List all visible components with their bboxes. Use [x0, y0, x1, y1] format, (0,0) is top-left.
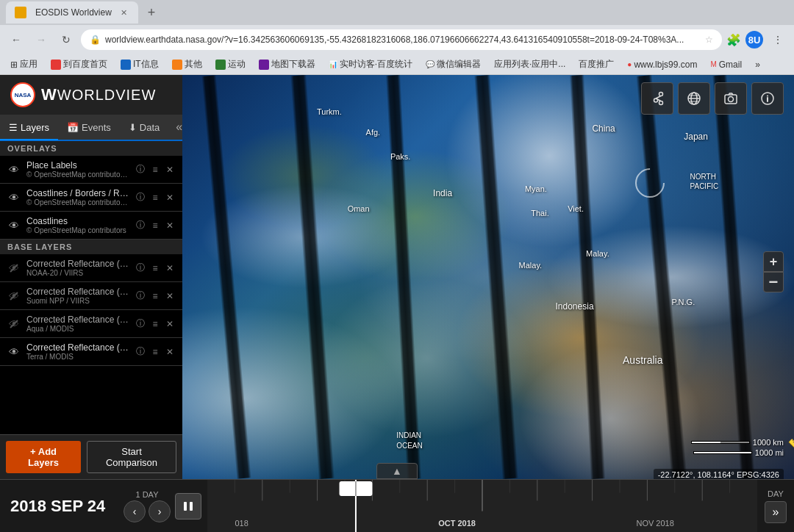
layer-menu-btn-suomi[interactable]: ≡: [149, 290, 162, 303]
forward-button[interactable]: →: [31, 29, 51, 50]
app-content: China Japan NORTHPACIFIC India Paks. Afg…: [0, 75, 794, 532]
refresh-button[interactable]: ↻: [56, 29, 76, 50]
play-button[interactable]: [175, 493, 201, 520]
timeline-expand-button[interactable]: ▲: [376, 463, 418, 479]
timeline-bar[interactable]: 018 OCT 2018 NOV 2018: [207, 480, 757, 532]
layer-info-btn-aqua[interactable]: ⓘ: [134, 317, 147, 331]
zoom-in-button[interactable]: +: [763, 251, 784, 272]
start-comparison-button[interactable]: Start Comparison: [87, 441, 176, 473]
layer-name-noaa20: Corrected Reflectance (True Color): [26, 259, 129, 269]
layer-vis-toggle-terra[interactable]: 👁: [6, 344, 22, 360]
bookmark-bd-promote[interactable]: 百度推广: [574, 57, 618, 72]
bookmark-gmail[interactable]: M Gmail: [706, 58, 746, 71]
url-field[interactable]: 🔒 worldview.earthdata.nasa.gov/?v=16.342…: [81, 29, 722, 50]
timeline-skip-right[interactable]: »: [765, 501, 787, 523]
overlays-header: OVERLAYS: [0, 141, 182, 156]
layer-info-btn-place[interactable]: ⓘ: [134, 163, 147, 176]
bookmark-applist[interactable]: 应用列表·应用中...: [490, 57, 570, 72]
active-tab[interactable]: EOSDIS Worldview ✕: [6, 1, 138, 24]
globe-view-button[interactable]: [678, 82, 710, 115]
bookmark-realtime[interactable]: 📊 实时访客·百度统计: [324, 57, 417, 72]
map-container[interactable]: China Japan NORTHPACIFIC India Paks. Afg…: [182, 75, 794, 479]
layers-tab-icon: ☰: [9, 122, 18, 133]
layer-vis-toggle-c[interactable]: 👁: [6, 218, 22, 234]
tab-data[interactable]: ⬇ Data: [120, 116, 168, 140]
bookmark-baidu-icon: [51, 60, 61, 70]
events-tab-label: Events: [82, 122, 111, 133]
tab-events[interactable]: 📅 Events: [58, 116, 120, 140]
layer-remove-btn-aqua[interactable]: ✕: [163, 317, 176, 331]
menu-button[interactable]: ⋮: [768, 29, 788, 50]
layer-info-place: Place Labels © OpenStreetMap contributor…: [26, 160, 129, 179]
scale-mi-label: 1000 mi: [755, 448, 784, 457]
scale-line-container: 1000 km 1000 mi 📏: [691, 438, 784, 459]
layer-remove-btn-noaa20[interactable]: ✕: [163, 262, 176, 275]
new-tab-button[interactable]: +: [141, 2, 162, 23]
bookmarks-bar: ⊞ 应用 到百度首页 IT信息 其他 运动 地图下载器 📊 实时访客·百度统计: [0, 54, 794, 75]
scale-mi-bar: [693, 451, 752, 454]
layer-actions-cb: ⓘ ≡ ✕: [134, 191, 176, 204]
layer-source-cb: © OpenStreetMap contributors, Natural Ea…: [26, 198, 129, 206]
tab-favicon: [15, 7, 26, 18]
layer-name-cb: Coastlines / Borders / Roads: [26, 188, 129, 198]
layer-remove-btn-suomi[interactable]: ✕: [163, 290, 176, 303]
layer-info-btn-cb[interactable]: ⓘ: [134, 191, 147, 204]
layer-remove-btn-c[interactable]: ✕: [163, 219, 176, 232]
layer-info-btn-terra[interactable]: ⓘ: [134, 345, 147, 359]
prev-button[interactable]: ‹: [124, 500, 146, 522]
bookmark-other[interactable]: 其他: [168, 57, 207, 72]
layer-vis-toggle-cb[interactable]: 👁: [6, 190, 22, 206]
layer-menu-btn-place[interactable]: ≡: [149, 163, 162, 176]
wv-tabs: ☰ Layers 📅 Events ⬇ Data «: [0, 115, 182, 141]
bookmark-sports[interactable]: 运动: [211, 57, 250, 72]
layer-place-labels: 👁 Place Labels © OpenStreetMap contribut…: [0, 156, 182, 184]
bookmark-realtime-icon: 📊: [329, 60, 337, 68]
collapse-button[interactable]: «: [168, 115, 190, 140]
layers-content: OVERLAYS 👁 Place Labels © OpenStreetMap …: [0, 141, 182, 434]
layer-remove-btn-cb[interactable]: ✕: [163, 191, 176, 204]
browser-window: EOSDIS Worldview ✕ + ← → ↻ 🔒 worldview.e…: [0, 0, 794, 532]
layer-vis-toggle-place[interactable]: 👁: [6, 162, 22, 178]
layer-menu-btn-terra[interactable]: ≡: [149, 345, 162, 359]
bookmark-it[interactable]: IT信息: [116, 57, 163, 72]
tab-layers[interactable]: ☰ Layers: [0, 116, 58, 140]
timeline-label-nov: NOV 2018: [636, 519, 673, 528]
layer-info-c: Coastlines © OpenStreetMap contributors: [26, 216, 129, 234]
layer-vis-toggle-suomi[interactable]: 👁: [6, 288, 22, 304]
profile-badge[interactable]: 8U: [745, 31, 763, 48]
map-controls: [641, 82, 784, 115]
back-button[interactable]: ←: [6, 29, 26, 50]
layer-actions-aqua: ⓘ ≡ ✕: [134, 317, 176, 331]
bookmark-apps[interactable]: ⊞ 应用: [6, 57, 42, 72]
layer-menu-btn-c[interactable]: ≡: [149, 219, 162, 232]
layer-info-btn-c[interactable]: ⓘ: [134, 219, 147, 232]
bookmark-map[interactable]: 地图下载器: [254, 57, 320, 72]
layer-menu-btn-noaa20[interactable]: ≡: [149, 262, 162, 275]
bookmark-wechat-icon: 💬: [426, 60, 434, 68]
layer-actions-terra: ⓘ ≡ ✕: [134, 345, 176, 359]
layer-info-btn-suomi[interactable]: ⓘ: [134, 290, 147, 303]
ruler-icon[interactable]: 📏: [787, 438, 794, 456]
layer-remove-btn-terra[interactable]: ✕: [163, 345, 176, 359]
share-button[interactable]: [641, 82, 673, 115]
bookmark-baidu[interactable]: 到百度首页: [46, 57, 112, 72]
screenshot-button[interactable]: [715, 82, 747, 115]
tab-close-button[interactable]: ✕: [118, 7, 129, 18]
bookmark-wechat[interactable]: 💬 微信编辑器: [421, 57, 485, 72]
zoom-out-button[interactable]: −: [763, 272, 784, 292]
svg-rect-10: [184, 502, 187, 511]
info-button[interactable]: [751, 82, 784, 115]
layer-vis-toggle-aqua[interactable]: 👁: [6, 316, 22, 332]
bookmark-it-icon: [121, 60, 131, 70]
layer-vis-toggle-noaa20[interactable]: 👁: [6, 260, 22, 276]
timeline-step-prev: 1 DAY ‹ ›: [124, 490, 171, 522]
bookmarks-more[interactable]: »: [751, 58, 765, 71]
layer-menu-btn-cb[interactable]: ≡: [149, 191, 162, 204]
add-layers-button[interactable]: + Add Layers: [6, 441, 81, 473]
layer-menu-btn-aqua[interactable]: ≡: [149, 317, 162, 331]
bookmark-lbjs[interactable]: ● www.lbjs99.com: [623, 58, 701, 71]
svg-rect-11: [190, 502, 193, 511]
layer-remove-btn-place[interactable]: ✕: [163, 163, 176, 176]
layer-info-btn-noaa20[interactable]: ⓘ: [134, 262, 147, 275]
next-button[interactable]: ›: [149, 500, 171, 522]
